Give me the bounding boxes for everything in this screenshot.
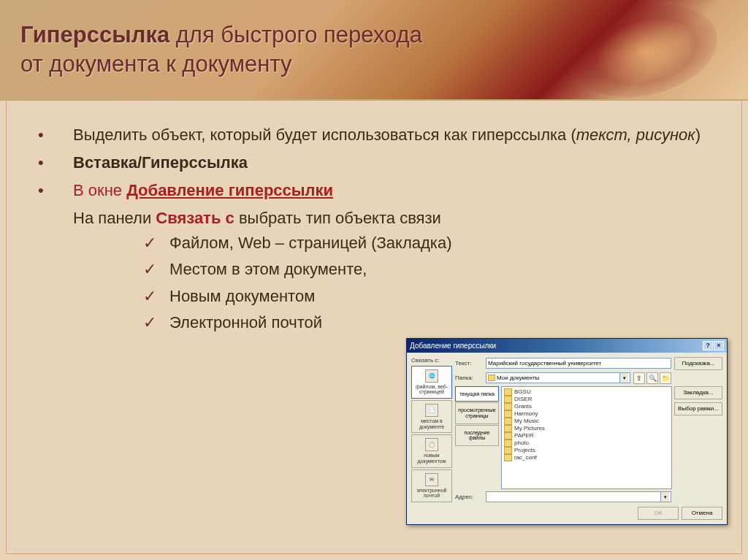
slide-header: Гиперссылка для быстрого перехода от док…	[0, 0, 748, 101]
text-bold: Вставка/Гиперссылка	[73, 153, 248, 172]
folder-combo[interactable]: Мои документы ▾	[486, 372, 630, 383]
bookmark-icon: 📄	[425, 404, 438, 417]
email-icon: ✉	[425, 473, 438, 486]
check-item: Местом в этом документе,	[143, 257, 741, 282]
ok-button[interactable]: ОК	[638, 507, 679, 520]
hint-button[interactable]: Подсказка...	[674, 357, 722, 370]
link-type-newdoc[interactable]: 📋 новым документом	[411, 434, 452, 467]
list-item[interactable]: Projects	[503, 447, 670, 454]
dialog-footer: ОК Отмена	[407, 507, 727, 524]
folder-icon	[504, 447, 512, 454]
address-combo[interactable]: ▾	[486, 491, 671, 502]
label: электронной почтой	[413, 488, 450, 499]
folder-label: Папка:	[455, 375, 483, 381]
bullet-item: В окне Добавление гиперссылки На панели …	[32, 178, 741, 335]
hyperlink-dialog: Добавление гиперссылки ? × Связать с: 🌐 …	[406, 338, 728, 526]
folder-value: Мои документы	[497, 373, 539, 383]
dialog-titlebar: Добавление гиперссылки ? ×	[407, 339, 727, 353]
frame-button[interactable]: Выбор рамки...	[674, 402, 722, 415]
folder-row: Папка: Мои документы ▾ ⇧ 🔍 📁	[455, 372, 722, 384]
list-item[interactable]: My Pictures	[503, 425, 670, 432]
address-row: Адрес: ▾	[455, 491, 722, 502]
slide-title: Гиперссылка для быстрого перехода от док…	[20, 20, 422, 80]
list-item[interactable]: My Music	[503, 418, 670, 425]
tab-recent-files[interactable]: последние файлы	[455, 425, 499, 446]
list-item[interactable]: BGSU	[503, 388, 670, 396]
folder-icon	[504, 425, 512, 432]
folder-icon	[488, 375, 495, 381]
folder-icon	[504, 418, 512, 425]
bookmark-button[interactable]: Закладка...	[674, 386, 722, 399]
bullet-item: Вставка/Гиперссылка	[32, 150, 741, 175]
list-item[interactable]: DISER	[503, 396, 670, 403]
dialog-body: Связать с: 🌐 файлом, веб-страницей 📄 мес…	[407, 353, 727, 507]
label: файлом, веб-страницей	[413, 384, 450, 395]
list-item[interactable]: Grants	[503, 403, 670, 410]
browse-web-icon[interactable]: 🔍	[646, 372, 658, 384]
file-browser: текущая папка просмотренные страницы пос…	[455, 386, 722, 490]
text-row: Текст: Подсказка...	[455, 357, 722, 370]
list-item[interactable]: rac_conf	[503, 454, 670, 461]
text-red-bold-underline: Добавление гиперссылки	[126, 181, 333, 199]
bullet-list: Выделить объект, который будет использов…	[32, 123, 741, 335]
text: Выделить объект, который будет использов…	[73, 126, 576, 144]
link-with-label: Связать с:	[411, 357, 452, 364]
folder-icon	[504, 410, 512, 418]
bullet-item: Выделить объект, который будет использов…	[32, 123, 741, 147]
cancel-button[interactable]: Отмена	[682, 507, 722, 520]
link-type-panel: 🌐 файлом, веб-страницей 📄 местом в докум…	[411, 366, 452, 503]
text-label: Текст:	[455, 360, 483, 367]
text: )	[695, 126, 701, 144]
list-item[interactable]: PAPER	[503, 432, 670, 440]
list-item[interactable]: photo	[503, 440, 670, 447]
check-item: Электронной почтой	[143, 310, 741, 335]
folder-icon	[504, 454, 512, 461]
tab-browsed-pages[interactable]: просмотренные страницы	[455, 402, 499, 423]
text: выбрать тип объекта связи	[234, 209, 441, 227]
link-type-file-web[interactable]: 🌐 файлом, веб-страницей	[411, 366, 452, 399]
dialog-title: Добавление гиперссылки	[410, 342, 496, 350]
dialog-side-buttons: Закладка... Выбор рамки...	[674, 386, 722, 490]
link-type-place[interactable]: 📄 местом в документе	[411, 400, 452, 433]
title-rest1: для быстрого перехода	[169, 22, 422, 47]
check-item: Файлом, Web – страницей (Закладка)	[143, 231, 741, 256]
check-item: Новым документом	[143, 284, 741, 309]
browse-tabs: текущая папка просмотренные страницы пос…	[455, 386, 499, 490]
chevron-down-icon: ▾	[660, 492, 669, 502]
folder-toolbar: ⇧ 🔍 📁	[633, 372, 671, 384]
text-italic: текст, рисунок	[576, 126, 695, 144]
folder-icon	[504, 396, 512, 403]
close-button[interactable]: ×	[714, 341, 724, 350]
slide-content: Выделить объект, который будет использов…	[0, 101, 748, 345]
browse-file-icon[interactable]: 📁	[660, 372, 671, 384]
text: На панели	[73, 209, 156, 227]
folder-icon	[504, 440, 512, 447]
folder-icon	[504, 432, 512, 440]
folder-icon	[504, 403, 512, 410]
title-bold: Гиперссылка	[20, 22, 169, 47]
label: новым документом	[413, 453, 450, 464]
text-red: В окне	[73, 181, 126, 199]
text-red-bold: Связать с	[156, 209, 234, 227]
check-list: Файлом, Web – страницей (Закладка) Место…	[73, 231, 741, 334]
title-rest2: от документа к документу	[20, 51, 291, 77]
help-button[interactable]: ?	[703, 341, 713, 350]
link-type-email[interactable]: ✉ электронной почтой	[411, 469, 452, 502]
dialog-main: Текст: Подсказка... Папка: Мои документы…	[455, 357, 722, 503]
folder-icon	[504, 388, 512, 396]
globe-icon: 🌐	[425, 369, 438, 383]
file-list[interactable]: BGSU DISER Grants Harmony My Music My Pi…	[501, 386, 672, 490]
tab-current-folder[interactable]: текущая папка	[455, 386, 499, 402]
titlebar-buttons: ? ×	[703, 341, 724, 350]
label: местом в документе	[413, 418, 450, 429]
up-folder-icon[interactable]: ⇧	[633, 372, 645, 384]
newdoc-icon: 📋	[425, 438, 438, 451]
chevron-down-icon: ▾	[619, 373, 628, 383]
list-item[interactable]: Harmony	[503, 410, 670, 418]
address-label: Адрес:	[455, 494, 483, 500]
text-input[interactable]	[486, 358, 671, 369]
